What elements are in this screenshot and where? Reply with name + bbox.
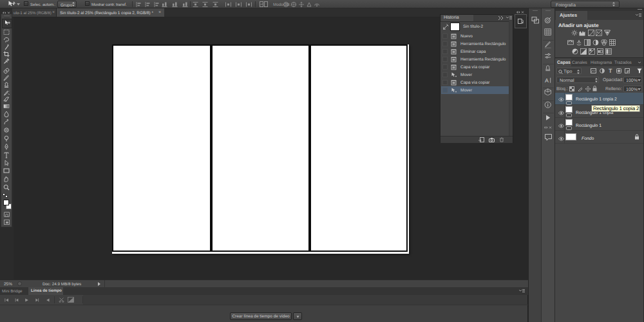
svg-text:A: A bbox=[545, 78, 549, 84]
